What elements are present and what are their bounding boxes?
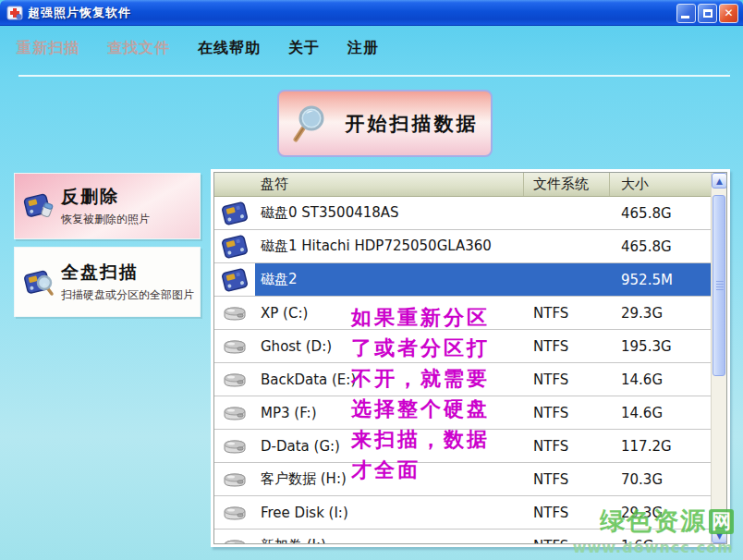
drive-name: D-Data (G:) xyxy=(255,438,524,455)
vertical-scrollbar[interactable]: ▲ ▼ xyxy=(711,173,726,543)
menu-item-find-files[interactable]: 查找文件 xyxy=(107,39,170,58)
title-bar: 超强照片恢复软件 ✕ xyxy=(0,0,743,26)
close-button[interactable]: ✕ xyxy=(719,4,738,23)
drive-name: 新加卷 (J:) xyxy=(255,537,524,543)
drive-filesystem: NTFS xyxy=(524,471,610,488)
drive-filesystem: NTFS xyxy=(524,505,610,521)
partition-drive-icon xyxy=(222,304,248,323)
drive-filesystem: NTFS xyxy=(524,438,610,455)
drive-size: 29.3G xyxy=(610,305,711,322)
drive-size: 952.5M xyxy=(610,272,711,288)
table-row[interactable]: MP3 (F:) NTFS 14.6G xyxy=(214,396,711,430)
sidebar-fullscan-subtitle: 扫描硬盘或分区的全部图片 xyxy=(61,287,194,303)
partition-drive-icon xyxy=(222,470,248,489)
partition-drive-icon xyxy=(222,504,248,522)
table-row[interactable]: Ghost (D:) NTFS 195.3G xyxy=(214,330,711,363)
scrollbar-thumb[interactable] xyxy=(713,195,725,376)
menu-item-about[interactable]: 关于 xyxy=(288,39,320,58)
start-scan-label: 开始扫描数据 xyxy=(346,111,479,137)
column-header-size[interactable]: 大小 xyxy=(610,173,711,196)
table-row[interactable]: BackData (E:) NTFS 14.6G xyxy=(214,363,711,396)
table-row[interactable]: 磁盘2 952.5M xyxy=(214,263,711,297)
table-body: 磁盘0 ST3500418AS 465.8G xyxy=(214,197,711,543)
maximize-icon xyxy=(703,9,713,18)
row-content: 客户数据 (H:) NTFS 70.3G xyxy=(255,463,711,495)
drive-icon-cell xyxy=(214,230,255,262)
row-content: 新加卷 (J:) NTFS 1.6G xyxy=(255,530,711,543)
table-row[interactable]: Free Disk (I:) NTFS 29.3G xyxy=(214,496,711,530)
menu-item-register[interactable]: 注册 xyxy=(347,39,379,58)
partition-drive-icon xyxy=(222,437,248,456)
drive-icon-cell xyxy=(214,530,255,543)
drive-filesystem: NTFS xyxy=(524,405,610,421)
sidebar-item-undelete[interactable]: 反删除 恢复被删除的照片 xyxy=(14,173,201,239)
physical-disk-icon xyxy=(220,200,250,227)
row-content: XP (C:) NTFS 29.3G xyxy=(255,297,711,329)
start-scan-button[interactable]: 开始扫描数据 xyxy=(277,90,493,157)
drive-size: 117.2G xyxy=(610,438,711,455)
table-row[interactable]: XP (C:) NTFS 29.3G xyxy=(214,297,711,330)
drive-size: 195.3G xyxy=(610,338,711,355)
drive-name: 客户数据 (H:) xyxy=(255,470,524,488)
drive-size: 465.8G xyxy=(610,205,711,222)
column-header-filesystem[interactable]: 文件系统 xyxy=(524,173,610,196)
minimize-button[interactable] xyxy=(676,4,696,23)
drive-name: MP3 (F:) xyxy=(255,405,524,421)
sidebar-fullscan-text: 全盘扫描 扫描硬盘或分区的全部图片 xyxy=(61,261,194,303)
magnifier-icon xyxy=(292,104,327,143)
physical-disk-icon xyxy=(220,233,250,261)
app-icon xyxy=(6,5,23,21)
partition-drive-icon xyxy=(222,537,248,544)
sidebar-undelete-text: 反删除 恢复被删除的照片 xyxy=(61,185,150,227)
drive-name: XP (C:) xyxy=(255,305,524,322)
app-window: 超强照片恢复软件 ✕ 重新扫描 查找文件 在线帮助 关于 注册 开始扫描数据 xyxy=(0,0,743,560)
table-row[interactable]: D-Data (G:) NTFS 117.2G xyxy=(214,430,711,463)
drive-icon-cell xyxy=(214,430,255,462)
partition-drive-icon xyxy=(222,371,248,389)
disk-undelete-icon xyxy=(15,190,61,222)
drive-size: 14.6G xyxy=(610,405,711,421)
drive-size: 70.3G xyxy=(610,471,711,488)
menu-bar: 重新扫描 查找文件 在线帮助 关于 注册 xyxy=(17,39,379,58)
drive-size: 465.8G xyxy=(610,238,711,255)
drive-icon-cell xyxy=(214,330,255,362)
drive-table: 盘符 文件系统 大小 磁 xyxy=(213,172,727,544)
drive-icon-cell xyxy=(214,263,255,296)
scroll-up-button[interactable]: ▲ xyxy=(712,173,727,189)
table-row[interactable]: 磁盘0 ST3500418AS 465.8G xyxy=(214,197,711,230)
sidebar-item-full-scan[interactable]: 全盘扫描 扫描硬盘或分区的全部图片 xyxy=(14,247,201,317)
row-content: Ghost (D:) NTFS 195.3G xyxy=(255,330,711,362)
drive-icon-cell xyxy=(214,396,255,429)
drive-filesystem: NTFS xyxy=(524,338,610,355)
window-title: 超强照片恢复软件 xyxy=(28,5,131,21)
partition-drive-icon xyxy=(222,337,248,356)
row-content: 磁盘2 952.5M xyxy=(255,263,711,296)
drive-icon-cell xyxy=(214,496,255,529)
column-header-drive[interactable]: 盘符 xyxy=(214,173,524,196)
drive-size: 29.3G xyxy=(610,505,711,521)
minimize-icon xyxy=(681,16,689,18)
scroll-down-button[interactable]: ▼ xyxy=(712,528,727,543)
drive-table-panel: 盘符 文件系统 大小 磁 xyxy=(211,169,730,547)
drive-name: 磁盘2 xyxy=(255,271,524,288)
sidebar-fullscan-title: 全盘扫描 xyxy=(61,261,194,285)
drive-icon-cell xyxy=(214,297,255,329)
row-content: Free Disk (I:) NTFS 29.3G xyxy=(255,496,711,529)
drive-size: 14.6G xyxy=(610,371,711,388)
table-row[interactable]: 磁盘1 Hitachi HDP725050GLA360 465.8G xyxy=(214,230,711,263)
disk-scan-icon xyxy=(15,266,61,298)
row-content: 磁盘1 Hitachi HDP725050GLA360 465.8G xyxy=(255,230,711,262)
row-content: 磁盘0 ST3500418AS 465.8G xyxy=(255,197,711,229)
maximize-button[interactable] xyxy=(698,4,717,23)
drive-name: 磁盘1 Hitachi HDP725050GLA360 xyxy=(255,237,524,255)
row-content: D-Data (G:) NTFS 117.2G xyxy=(255,430,711,462)
scrollbar-grip xyxy=(716,281,724,290)
sidebar-undelete-title: 反删除 xyxy=(61,185,150,209)
drive-size: 1.6G xyxy=(610,538,711,544)
row-content: BackData (E:) NTFS 14.6G xyxy=(255,363,711,396)
table-row[interactable]: 客户数据 (H:) NTFS 70.3G xyxy=(214,463,711,496)
menu-item-online-help[interactable]: 在线帮助 xyxy=(198,39,261,58)
drive-name: Free Disk (I:) xyxy=(255,505,524,521)
menu-item-rescan[interactable]: 重新扫描 xyxy=(17,39,79,58)
table-row[interactable]: 新加卷 (J:) NTFS 1.6G xyxy=(214,530,711,543)
